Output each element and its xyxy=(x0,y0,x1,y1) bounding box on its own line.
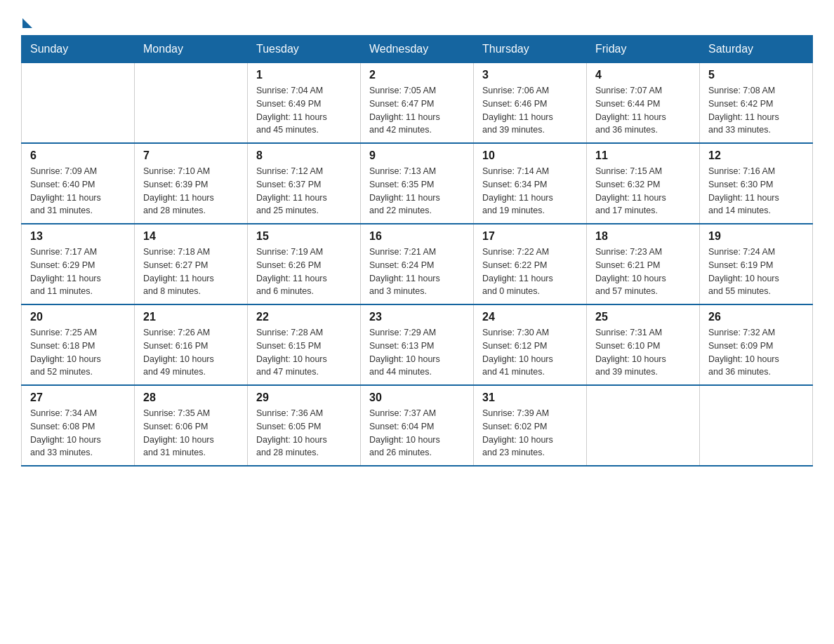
day-detail: Sunrise: 7:05 AM Sunset: 6:47 PM Dayligh… xyxy=(369,84,465,137)
day-number: 26 xyxy=(708,311,804,323)
weekday-header-thursday: Thursday xyxy=(474,36,587,63)
calendar-cell: 30Sunrise: 7:37 AM Sunset: 6:04 PM Dayli… xyxy=(361,385,474,466)
calendar-week-row: 27Sunrise: 7:34 AM Sunset: 6:08 PM Dayli… xyxy=(22,385,813,466)
day-number: 4 xyxy=(595,69,691,81)
day-number: 2 xyxy=(369,69,465,81)
day-number: 19 xyxy=(708,230,804,243)
weekday-header-saturday: Saturday xyxy=(700,36,813,63)
day-number: 21 xyxy=(143,311,239,323)
logo xyxy=(21,14,32,28)
day-detail: Sunrise: 7:35 AM Sunset: 6:06 PM Dayligh… xyxy=(143,407,239,459)
day-number: 30 xyxy=(369,391,465,404)
day-detail: Sunrise: 7:14 AM Sunset: 6:34 PM Dayligh… xyxy=(482,165,578,217)
day-detail: Sunrise: 7:30 AM Sunset: 6:12 PM Dayligh… xyxy=(482,326,578,379)
day-detail: Sunrise: 7:26 AM Sunset: 6:16 PM Dayligh… xyxy=(143,326,239,379)
calendar-cell: 11Sunrise: 7:15 AM Sunset: 6:32 PM Dayli… xyxy=(587,143,700,224)
calendar-header: SundayMondayTuesdayWednesdayThursdayFrid… xyxy=(22,36,813,63)
day-number: 9 xyxy=(369,149,465,162)
day-detail: Sunrise: 7:22 AM Sunset: 6:22 PM Dayligh… xyxy=(482,246,578,298)
day-detail: Sunrise: 7:12 AM Sunset: 6:37 PM Dayligh… xyxy=(256,165,352,217)
calendar-cell: 14Sunrise: 7:18 AM Sunset: 6:27 PM Dayli… xyxy=(135,224,248,304)
day-number: 3 xyxy=(482,69,578,81)
calendar-cell: 9Sunrise: 7:13 AM Sunset: 6:35 PM Daylig… xyxy=(361,143,474,224)
day-number: 8 xyxy=(256,149,352,162)
calendar-cell xyxy=(700,385,813,466)
day-detail: Sunrise: 7:36 AM Sunset: 6:05 PM Dayligh… xyxy=(256,407,352,459)
day-detail: Sunrise: 7:25 AM Sunset: 6:18 PM Dayligh… xyxy=(30,326,126,379)
day-number: 13 xyxy=(30,230,126,243)
day-detail: Sunrise: 7:28 AM Sunset: 6:15 PM Dayligh… xyxy=(256,326,352,379)
calendar-week-row: 1Sunrise: 7:04 AM Sunset: 6:49 PM Daylig… xyxy=(22,63,813,144)
day-detail: Sunrise: 7:13 AM Sunset: 6:35 PM Dayligh… xyxy=(369,165,465,217)
calendar-cell: 17Sunrise: 7:22 AM Sunset: 6:22 PM Dayli… xyxy=(474,224,587,304)
day-detail: Sunrise: 7:16 AM Sunset: 6:30 PM Dayligh… xyxy=(708,165,804,217)
calendar-cell: 27Sunrise: 7:34 AM Sunset: 6:08 PM Dayli… xyxy=(22,385,135,466)
day-detail: Sunrise: 7:17 AM Sunset: 6:29 PM Dayligh… xyxy=(30,246,126,298)
day-number: 27 xyxy=(30,391,126,404)
calendar-cell: 21Sunrise: 7:26 AM Sunset: 6:16 PM Dayli… xyxy=(135,304,248,385)
day-detail: Sunrise: 7:39 AM Sunset: 6:02 PM Dayligh… xyxy=(482,407,578,459)
calendar-cell: 12Sunrise: 7:16 AM Sunset: 6:30 PM Dayli… xyxy=(700,143,813,224)
calendar-cell: 15Sunrise: 7:19 AM Sunset: 6:26 PM Dayli… xyxy=(248,224,361,304)
day-detail: Sunrise: 7:15 AM Sunset: 6:32 PM Dayligh… xyxy=(595,165,691,217)
day-detail: Sunrise: 7:19 AM Sunset: 6:26 PM Dayligh… xyxy=(256,246,352,298)
day-number: 16 xyxy=(369,230,465,243)
weekday-header-row: SundayMondayTuesdayWednesdayThursdayFrid… xyxy=(22,36,813,63)
day-detail: Sunrise: 7:32 AM Sunset: 6:09 PM Dayligh… xyxy=(708,326,804,379)
day-number: 23 xyxy=(369,311,465,323)
calendar-week-row: 13Sunrise: 7:17 AM Sunset: 6:29 PM Dayli… xyxy=(22,224,813,304)
calendar-table: SundayMondayTuesdayWednesdayThursdayFrid… xyxy=(21,35,813,467)
calendar-cell: 10Sunrise: 7:14 AM Sunset: 6:34 PM Dayli… xyxy=(474,143,587,224)
day-detail: Sunrise: 7:09 AM Sunset: 6:40 PM Dayligh… xyxy=(30,165,126,217)
day-detail: Sunrise: 7:23 AM Sunset: 6:21 PM Dayligh… xyxy=(595,246,691,298)
weekday-header-friday: Friday xyxy=(587,36,700,63)
day-number: 17 xyxy=(482,230,578,243)
day-detail: Sunrise: 7:06 AM Sunset: 6:46 PM Dayligh… xyxy=(482,84,578,137)
calendar-cell: 7Sunrise: 7:10 AM Sunset: 6:39 PM Daylig… xyxy=(135,143,248,224)
calendar-cell: 20Sunrise: 7:25 AM Sunset: 6:18 PM Dayli… xyxy=(22,304,135,385)
calendar-cell: 28Sunrise: 7:35 AM Sunset: 6:06 PM Dayli… xyxy=(135,385,248,466)
calendar-cell: 1Sunrise: 7:04 AM Sunset: 6:49 PM Daylig… xyxy=(248,63,361,144)
calendar-cell: 16Sunrise: 7:21 AM Sunset: 6:24 PM Dayli… xyxy=(361,224,474,304)
day-number: 28 xyxy=(143,391,239,404)
logo-arrow-icon xyxy=(22,18,32,28)
day-number: 5 xyxy=(708,69,804,81)
day-number: 14 xyxy=(143,230,239,243)
day-detail: Sunrise: 7:37 AM Sunset: 6:04 PM Dayligh… xyxy=(369,407,465,459)
day-detail: Sunrise: 7:18 AM Sunset: 6:27 PM Dayligh… xyxy=(143,246,239,298)
calendar-cell: 29Sunrise: 7:36 AM Sunset: 6:05 PM Dayli… xyxy=(248,385,361,466)
weekday-header-sunday: Sunday xyxy=(22,36,135,63)
day-number: 10 xyxy=(482,149,578,162)
day-number: 15 xyxy=(256,230,352,243)
calendar-cell: 13Sunrise: 7:17 AM Sunset: 6:29 PM Dayli… xyxy=(22,224,135,304)
day-number: 24 xyxy=(482,311,578,323)
calendar-cell: 3Sunrise: 7:06 AM Sunset: 6:46 PM Daylig… xyxy=(474,63,587,144)
calendar-cell: 23Sunrise: 7:29 AM Sunset: 6:13 PM Dayli… xyxy=(361,304,474,385)
calendar-cell: 19Sunrise: 7:24 AM Sunset: 6:19 PM Dayli… xyxy=(700,224,813,304)
day-number: 25 xyxy=(595,311,691,323)
day-number: 22 xyxy=(256,311,352,323)
weekday-header-tuesday: Tuesday xyxy=(248,36,361,63)
day-number: 11 xyxy=(595,149,691,162)
calendar-cell xyxy=(22,63,135,144)
day-detail: Sunrise: 7:34 AM Sunset: 6:08 PM Dayligh… xyxy=(30,407,126,459)
calendar-cell xyxy=(135,63,248,144)
calendar-cell: 22Sunrise: 7:28 AM Sunset: 6:15 PM Dayli… xyxy=(248,304,361,385)
weekday-header-monday: Monday xyxy=(135,36,248,63)
day-detail: Sunrise: 7:08 AM Sunset: 6:42 PM Dayligh… xyxy=(708,84,804,137)
calendar-cell: 24Sunrise: 7:30 AM Sunset: 6:12 PM Dayli… xyxy=(474,304,587,385)
day-number: 29 xyxy=(256,391,352,404)
day-number: 7 xyxy=(143,149,239,162)
day-detail: Sunrise: 7:07 AM Sunset: 6:44 PM Dayligh… xyxy=(595,84,691,137)
day-number: 6 xyxy=(30,149,126,162)
day-number: 12 xyxy=(708,149,804,162)
calendar-cell xyxy=(587,385,700,466)
day-detail: Sunrise: 7:29 AM Sunset: 6:13 PM Dayligh… xyxy=(369,326,465,379)
page-header xyxy=(21,14,813,28)
day-number: 1 xyxy=(256,69,352,81)
calendar-week-row: 6Sunrise: 7:09 AM Sunset: 6:40 PM Daylig… xyxy=(22,143,813,224)
day-detail: Sunrise: 7:31 AM Sunset: 6:10 PM Dayligh… xyxy=(595,326,691,379)
calendar-cell: 31Sunrise: 7:39 AM Sunset: 6:02 PM Dayli… xyxy=(474,385,587,466)
calendar-cell: 6Sunrise: 7:09 AM Sunset: 6:40 PM Daylig… xyxy=(22,143,135,224)
calendar-cell: 26Sunrise: 7:32 AM Sunset: 6:09 PM Dayli… xyxy=(700,304,813,385)
